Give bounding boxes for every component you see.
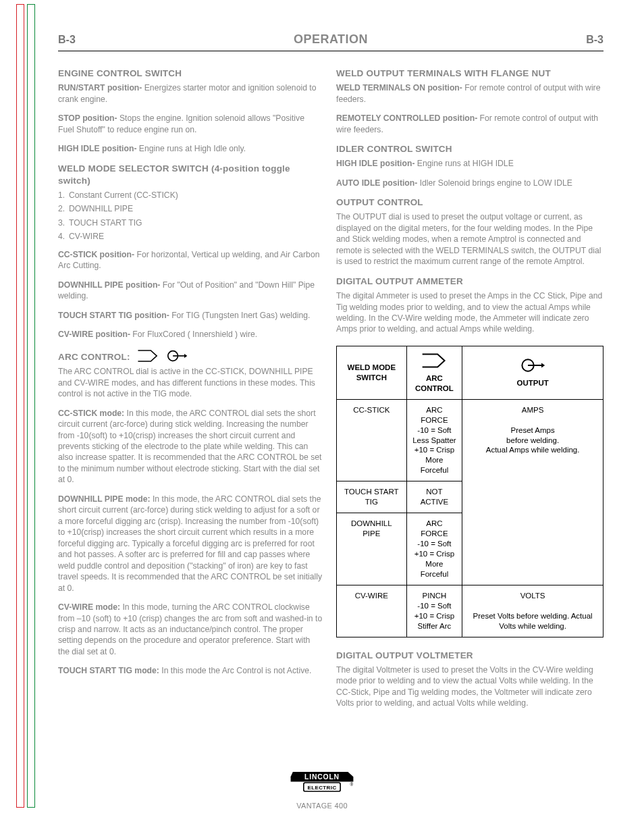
sidebar-red	[16, 4, 24, 808]
arc-tag-icon	[137, 348, 159, 366]
weld-mode-dp: DOWNHILL PIPE position- For "Out of Posi…	[58, 280, 323, 302]
heading-ammeter: DIGITAL OUTPUT AMMETER	[336, 276, 603, 288]
engine-switch-run-start: RUN/START position- Energizes starter mo…	[58, 82, 323, 105]
cell-cv-output: VOLTSPreset Volts before welding. Actual…	[462, 585, 603, 637]
weld-mode-tp: TOUCH START TIG position- For TIG (Tungs…	[58, 310, 323, 321]
page-id-right: B-3	[586, 34, 603, 46]
page-id-left: B-3	[58, 34, 76, 46]
heading-weld-terminals: WELD OUTPUT TERMINALS WITH FLANGE NUT	[336, 68, 603, 80]
svg-marker-2	[184, 354, 187, 358]
cell-dp-arc: ARC FORCE-10 = Soft+10 = CrispMore Force…	[406, 513, 462, 585]
arc-probe-icon	[165, 348, 188, 366]
cell-amps-output: AMPSPreset Ampsbefore welding.Actual Amp…	[462, 399, 603, 585]
cell-tp-mode: TOUCH START TIG	[337, 481, 407, 513]
th-mode: WELD MODESWITCH	[337, 346, 407, 399]
cell-cv-mode: CV-WIRE	[337, 585, 407, 637]
arc-control-ccstick: CC-STICK mode: In this mode, the ARC CON…	[58, 408, 323, 486]
arc-control-tp: TOUCH START TIG mode: In this mode the A…	[58, 665, 323, 676]
engine-switch-highidle: HIGH IDLE position- Engine runs at High …	[58, 143, 323, 154]
output-text: The OUTPUT dial is used to preset the ou…	[336, 211, 603, 267]
weld-mode-list: 1.Constant Current (CC-STICK) 2.DOWNHILL…	[58, 190, 323, 242]
output-control-table: WELD MODESWITCH ARCCONTROL OUTPUT CC-STI…	[336, 346, 603, 637]
heading-voltmeter: DIGITAL OUTPUT VOLTMETER	[336, 650, 603, 662]
section-title: OPERATION	[294, 32, 368, 47]
arc-control-dp: DOWNHILL PIPE mode: In this mode, the AR…	[58, 494, 323, 594]
svg-text:LINCOLN: LINCOLN	[304, 773, 340, 781]
weld-mode-cv: CV-WIRE position- For FluxCored ( Inners…	[58, 329, 323, 340]
th-output-icon: OUTPUT	[462, 346, 603, 399]
idler-auto: AUTO IDLE position- Idler Solenoid bring…	[336, 178, 603, 188]
engine-switch-stop: STOP position- Stops the engine. Ignitio…	[58, 113, 323, 135]
voltmeter-text: The digital Voltmeter is used to preset …	[336, 664, 603, 709]
svg-text:®: ®	[350, 782, 354, 787]
weld-terminals-on: WELD TERMINALS ON position- For remote c…	[336, 82, 603, 105]
cell-ccstick-mode: CC-STICK	[337, 399, 407, 481]
heading-output: OUTPUT CONTROL	[336, 197, 603, 209]
heading-engine-switch: ENGINE CONTROL SWITCH	[58, 68, 323, 80]
cell-tp-arc: NOT ACTIVE	[406, 481, 462, 513]
header-rule	[58, 51, 603, 51]
weld-mode-cc: CC-STICK position- For horizontal, Verti…	[58, 249, 323, 271]
heading-idler: IDLER CONTROL SWITCH	[336, 143, 603, 155]
svg-text:ELECTRIC: ELECTRIC	[307, 785, 336, 791]
heading-weld-mode: WELD MODE SELECTOR SWITCH (4-position to…	[58, 163, 323, 187]
svg-marker-5	[541, 363, 545, 368]
sidebar-green	[27, 4, 35, 808]
cell-ccstick-arc: ARC FORCE-10 = SoftLess Spatter+10 = Cri…	[406, 399, 462, 481]
heading-arc-control: ARC CONTROL:	[58, 351, 130, 363]
th-arc-icon: ARCCONTROL	[406, 346, 462, 399]
cell-dp-mode: DOWNHILLPIPE	[337, 513, 407, 585]
arc-control-wire: CV-WIRE mode: In this mode, turning the …	[58, 602, 323, 657]
cell-cv-arc: PINCH-10 = Soft+10 = CrispStiffer Arc	[406, 585, 462, 637]
idler-high: HIGH IDLE position- Engine runs at HIGH …	[336, 158, 603, 169]
weld-terminals-remote: REMOTELY CONTROLLED position- For remote…	[336, 113, 603, 135]
arc-control-intro: The ARC CONTROL dial is active in the CC…	[58, 366, 323, 399]
ammeter-text: The digital Ammeter is used to preset th…	[336, 290, 603, 335]
footer-model: VANTAGE 400	[0, 802, 644, 810]
brand-logo: LINCOLN ELECTRIC ®	[0, 771, 644, 798]
